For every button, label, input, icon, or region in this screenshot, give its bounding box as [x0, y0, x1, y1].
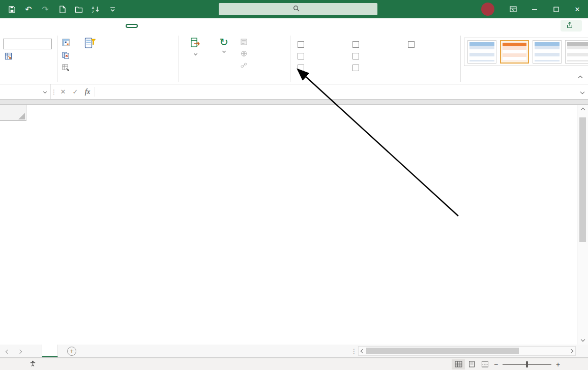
sort-az-icon[interactable]: AZ [91, 5, 100, 14]
convert-to-range-icon [62, 64, 70, 73]
group-label-table-style-options [293, 75, 457, 84]
checkbox-first-column[interactable] [352, 41, 401, 48]
horizontal-scrollbar[interactable] [358, 346, 576, 356]
status-bar: − + [0, 358, 588, 370]
checkbox-banded-columns[interactable] [352, 65, 401, 71]
vertical-scrollbar[interactable] [577, 105, 588, 345]
insert-slicer-button[interactable] [77, 36, 103, 52]
group-label-tools [61, 75, 175, 84]
sheet-tab-sheet1[interactable] [42, 345, 58, 357]
remove-duplicates-icon [62, 51, 70, 60]
zoom-slider-thumb[interactable] [526, 361, 528, 367]
checkbox-last-column[interactable] [352, 53, 401, 59]
svg-text:Z: Z [92, 10, 95, 13]
name-box-chevron-icon[interactable] [43, 90, 47, 94]
vertical-scrollbar-thumb[interactable] [579, 117, 586, 242]
tab-page-layout[interactable] [45, 24, 58, 28]
tab-help[interactable] [111, 24, 124, 28]
save-icon[interactable] [7, 5, 16, 14]
maximize-button[interactable] [545, 0, 567, 18]
scroll-right-icon[interactable] [569, 349, 573, 353]
sheet-nav-left-icon[interactable] [6, 348, 9, 355]
export-button[interactable] [182, 36, 209, 55]
refresh-icon: ↻ [219, 37, 228, 47]
horizontal-scrollbar-thumb[interactable] [366, 348, 519, 354]
table-style-options [293, 36, 457, 75]
select-all-corner[interactable] [0, 105, 26, 121]
pivottable-icon [62, 39, 70, 47]
name-box[interactable] [0, 84, 51, 99]
normal-view-icon[interactable] [452, 359, 465, 369]
total-row-checkbox-icon [298, 53, 304, 59]
filter-button-checkbox-icon [408, 41, 415, 48]
convert-to-range-button[interactable] [61, 63, 74, 74]
tab-scrollbar-splitter[interactable]: ⋮ [351, 348, 357, 355]
tab-formulas[interactable] [58, 24, 71, 28]
tab-review[interactable] [84, 24, 98, 28]
table-style-thumbnail-3[interactable] [533, 40, 562, 64]
enter-icon[interactable]: ✓ [69, 84, 81, 99]
page-break-view-icon[interactable] [478, 359, 491, 369]
tab-data[interactable] [71, 24, 84, 28]
formula-input[interactable] [96, 84, 577, 99]
table-style-thumbnail-2-selected[interactable] [500, 40, 529, 64]
header-row-checkbox-icon [298, 41, 304, 48]
zoom-in-icon[interactable]: + [553, 360, 563, 368]
group-properties [0, 34, 57, 84]
summarize-with-pivottable-button[interactable] [61, 38, 74, 48]
add-sheet-icon[interactable]: + [67, 347, 76, 356]
resize-table-button[interactable] [3, 51, 16, 62]
tab-view[interactable] [98, 24, 111, 28]
excel-window: ↶ ↷ AZ [0, 0, 588, 370]
refresh-button[interactable]: ↻ [211, 36, 237, 52]
undo-icon[interactable]: ↶ [24, 5, 33, 14]
group-label-external-table-data [182, 75, 287, 84]
checkbox-banded-rows[interactable] [298, 65, 346, 71]
zoom-slider[interactable] [503, 359, 551, 369]
tab-table-design[interactable] [126, 24, 138, 28]
checkbox-filter-button[interactable] [408, 41, 456, 48]
first-column-checkbox-icon [352, 41, 359, 48]
open-folder-icon[interactable] [74, 5, 83, 14]
select-all-triangle-icon [18, 113, 25, 119]
remove-duplicates-button[interactable] [61, 50, 74, 61]
formula-bar-expand-icon[interactable] [577, 84, 588, 99]
close-button[interactable]: ✕ [567, 0, 588, 18]
checkbox-header-row[interactable] [298, 41, 346, 48]
table-style-thumbnail-4[interactable] [565, 40, 588, 64]
accessibility-icon [30, 360, 36, 368]
unlink-button [239, 61, 251, 71]
group-tools [57, 34, 179, 84]
checkbox-total-row[interactable] [298, 53, 346, 59]
search-box[interactable] [219, 3, 377, 15]
share-button[interactable] [561, 20, 582, 32]
table-name-input[interactable] [3, 39, 52, 49]
accessibility-status[interactable] [30, 360, 39, 368]
scroll-up-icon[interactable] [577, 105, 588, 115]
table-style-thumbnail-1[interactable] [467, 40, 496, 64]
scroll-left-icon[interactable] [361, 349, 365, 353]
last-column-checkbox-icon [352, 53, 359, 59]
scroll-down-icon[interactable] [577, 334, 588, 345]
spreadsheet [0, 105, 588, 345]
insert-function-icon[interactable]: fx [81, 84, 94, 99]
cancel-icon[interactable]: ✕ [57, 84, 69, 99]
zoom-out-icon[interactable]: − [491, 360, 501, 368]
resize-table-icon [5, 52, 12, 61]
tab-file[interactable] [5, 24, 18, 28]
properties-button [239, 38, 251, 47]
formula-bar-splitter[interactable]: ⋮ [51, 84, 57, 99]
minimize-button[interactable] [524, 0, 545, 18]
sheet-nav-right-icon[interactable] [18, 348, 21, 355]
browser-globe-icon [241, 50, 247, 58]
tab-home[interactable] [18, 24, 32, 28]
unlink-icon [241, 62, 247, 70]
tab-insert[interactable] [32, 24, 45, 28]
collapse-ribbon-icon[interactable] [579, 74, 582, 81]
page-layout-view-icon[interactable] [465, 359, 478, 369]
ribbon-display-options-icon[interactable] [503, 0, 524, 18]
qat-customize-icon[interactable] [108, 5, 117, 14]
user-avatar[interactable] [481, 3, 494, 16]
redo-icon[interactable]: ↷ [41, 5, 50, 14]
new-file-icon[interactable] [57, 5, 67, 14]
